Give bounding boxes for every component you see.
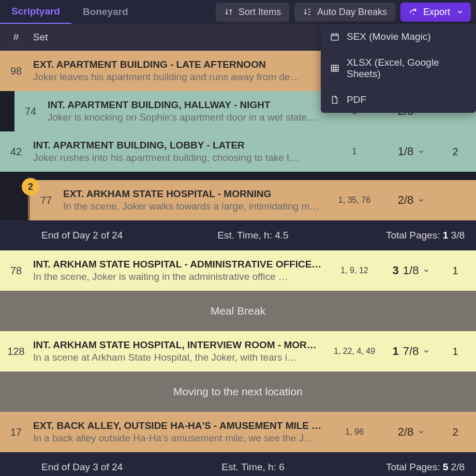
scene-row[interactable]: 78INT. ARKHAM STATE HOSPITAL - ADMINISTR… [0,250,476,291]
scene-list: 98EXT. APARTMENT BUILDING - LATE AFTERNO… [0,51,476,476]
export-icon [409,7,418,17]
auto-day-breaks-label: Auto Day Breaks [317,7,387,18]
scene-title: EXT. BACK ALLEY, OUTSIDE HA-HA'S - AMUSE… [33,420,323,432]
tab-scriptyard[interactable]: Scriptyard [0,0,71,24]
scene-title: EXT. ARKHAM STATE HOSPITAL - MORNING [63,188,323,200]
scene-title: INT. ARKHAM STATE HOSPITAL - ADMINISTRAT… [33,259,323,270]
scene-title: INT. APARTMENT BUILDING, HALLWAY - NIGHT [48,99,323,111]
day-badge: 2 [22,178,39,196]
scene-desc: In a scene at Arkham State Hospital, the… [33,352,323,363]
export-dropdown: SEX (Movie Magic) XLSX (Excel, Google Sh… [321,24,476,113]
col-set[interactable]: Set [32,32,326,43]
export-xlsx-label: XLSX (Excel, Google Sheets) [347,57,467,80]
sort-items-button[interactable]: Sort Items [216,3,289,22]
scene-cast: 1, 9, 12 [326,266,383,275]
scene-pages[interactable]: 2/8 [383,194,440,207]
daybreak-left: End of Day 3 of 24 [41,462,183,473]
scene-desc: In a back alley outside Ha-Ha's amusemen… [33,433,323,444]
day-break-row: End of Day 3 of 24Est. Time, h: 6Total P… [0,452,476,476]
daybreak-mid: Est. Time, h: 6 [183,462,324,473]
scene-number: 78 [0,265,32,277]
banner-row[interactable]: Meal Break [0,291,476,331]
scene-desc: Joker is knocking on Sophie's apartment … [48,112,323,123]
tab-boneyard[interactable]: Boneyard [71,0,140,24]
scene-desc: In the scene, Joker walks towards a larg… [63,201,323,212]
scene-unit: 1 [440,265,476,277]
scene-title: INT. ARKHAM STATE HOSPITAL, INTERVIEW RO… [33,339,323,351]
scene-number: 128 [0,346,32,358]
scene-cast: 1 [326,147,383,156]
export-sex[interactable]: SEX (Movie Magic) [321,24,476,50]
scene-row[interactable]: 17EXT. BACK ALLEY, OUTSIDE HA-HA'S - AMU… [0,412,476,452]
export-sex-label: SEX (Movie Magic) [347,31,431,42]
daybreak-right: Total Pages: 5 2/8 [323,462,465,473]
scene-desc: Joker rushes into his apartment building… [33,152,323,163]
export-xlsx[interactable]: XLSX (Excel, Google Sheets) [321,50,476,87]
svg-rect-2 [331,65,338,71]
calendar-icon [330,32,339,41]
sort-az-icon [303,7,312,17]
scene-cast: 1, 35, 76 [326,196,383,205]
scene-title: INT. APARTMENT BUILDING, LOBBY - LATER [33,140,323,151]
scene-title: EXT. APARTMENT BUILDING - LATE AFTERNOON [33,59,323,70]
tabs: Scriptyard Boneyard [0,0,140,24]
svg-rect-1 [331,34,338,40]
daybreak-left: End of Day 2 of 24 [41,230,183,241]
chevron-down-icon [418,148,425,155]
chevron-down-icon [423,267,430,274]
export-label: Export [423,7,450,18]
export-button[interactable]: Export [400,3,471,22]
scene-pages[interactable]: 1/8 [383,145,440,158]
export-pdf[interactable]: PDF [321,87,476,113]
col-num[interactable]: # [0,32,32,43]
svg-point-0 [413,13,414,14]
scene-row[interactable]: 42INT. APARTMENT BUILDING, LOBBY - LATER… [0,131,476,172]
daybreak-right: Total Pages: 1 3/8 [323,230,465,241]
scene-unit: 2 [440,146,476,158]
scene-set: INT. ARKHAM STATE HOSPITAL - ADMINISTRAT… [32,254,326,288]
sort-icon [224,7,233,17]
scene-desc: Joker leaves his apartment building and … [33,71,323,83]
scene-set: EXT. BACK ALLEY, OUTSIDE HA-HA'S - AMUSE… [32,415,326,449]
scene-set: EXT. APARTMENT BUILDING - LATE AFTERNOON… [32,54,326,88]
scene-number: 42 [0,146,32,158]
scene-set: INT. APARTMENT BUILDING, HALLWAY - NIGHT… [47,94,326,128]
topbar: Scriptyard Boneyard Sort Items Auto Day … [0,0,476,24]
scene-cast: 1, 22, 4, 49 [326,347,383,356]
chevron-down-icon [455,7,465,17]
scene-desc: In the scene, Joker is waiting in the ad… [33,271,323,282]
sort-items-label: Sort Items [239,7,281,18]
scene-set: EXT. ARKHAM STATE HOSPITAL - MORNINGIn t… [62,183,326,217]
scene-number: 77 [30,195,62,206]
chevron-down-icon [418,197,425,204]
table-icon [330,64,339,73]
scene-cast: 1, 96 [326,427,383,437]
chevron-down-icon [418,428,425,436]
scene-set: INT. APARTMENT BUILDING, LOBBY - LATERJo… [32,135,326,169]
scene-pages[interactable]: 2/8 [383,425,440,439]
file-pdf-icon [330,95,339,105]
scene-set: INT. ARKHAM STATE HOSPITAL, INTERVIEW RO… [32,334,326,368]
scene-pages[interactable]: 3 1/8 [383,264,440,277]
auto-day-breaks-button[interactable]: Auto Day Breaks [294,3,395,22]
scene-row[interactable]: 128INT. ARKHAM STATE HOSPITAL, INTERVIEW… [0,331,476,371]
chevron-down-icon [423,348,430,355]
export-pdf-label: PDF [347,94,366,106]
scene-row[interactable]: 277EXT. ARKHAM STATE HOSPITAL - MORNINGI… [30,180,476,220]
scene-number: 74 [14,106,47,117]
banner-row[interactable]: Moving to the next location [0,371,476,412]
scene-unit: 1 [440,346,476,358]
daybreak-mid: Est. Time, h: 4.5 [183,230,324,241]
scene-unit: 2 [440,426,476,438]
scene-number: 17 [0,426,32,438]
scene-number: 98 [0,65,32,77]
scene-pages[interactable]: 1 7/8 [383,345,440,358]
day-break-row: End of Day 2 of 24Est. Time, h: 4.5Total… [0,220,476,250]
